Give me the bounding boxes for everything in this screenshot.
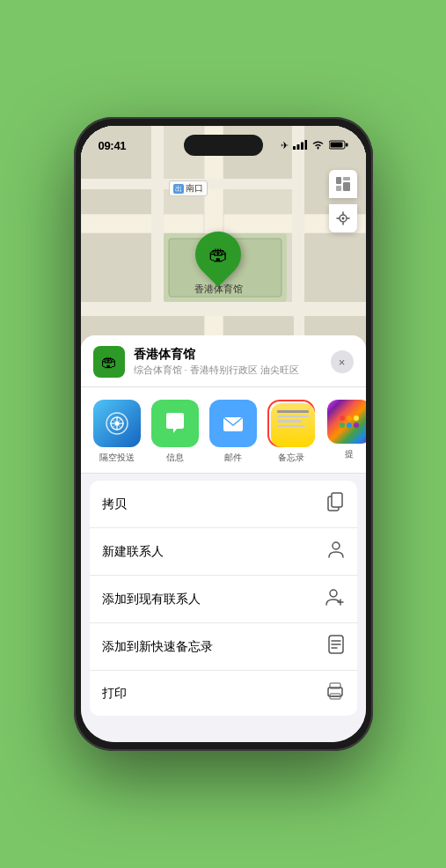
share-item-airdrop[interactable]: 隔空投送: [93, 400, 141, 464]
message-icon: [151, 400, 199, 447]
nankou-badge: 出: [173, 184, 184, 194]
svg-rect-6: [330, 142, 342, 147]
person-icon: [327, 540, 345, 563]
share-label-message: 信息: [166, 452, 184, 464]
copy-icon: [327, 492, 345, 516]
share-row: 隔空投送 信息: [81, 387, 366, 474]
venue-name: 香港体育馆: [134, 347, 322, 363]
location-icon: ✈: [281, 140, 289, 151]
svg-rect-19: [81, 189, 151, 214]
share-label-more: 提: [345, 448, 354, 460]
phone-screen: 09:41 ✈: [81, 126, 366, 742]
nankou-text: 南口: [186, 182, 203, 195]
wifi-icon: [311, 140, 325, 151]
signal-icon: [293, 140, 307, 151]
location-button[interactable]: [329, 204, 357, 232]
action-copy-label: 拷贝: [102, 497, 127, 512]
map-type-button[interactable]: [329, 170, 357, 198]
map-controls: [329, 170, 357, 232]
action-add-existing[interactable]: 添加到现有联系人: [90, 576, 357, 623]
svg-rect-2: [301, 142, 303, 150]
note-icon: [327, 635, 345, 658]
svg-point-40: [114, 422, 119, 426]
action-new-contact-label: 新建联系人: [102, 544, 164, 560]
svg-rect-32: [336, 177, 341, 184]
action-list: 拷贝 新建联系人: [90, 481, 357, 716]
share-item-mail[interactable]: 邮件: [209, 400, 257, 464]
battery-icon: [329, 140, 348, 151]
bottom-sheet: 🏟 香港体育馆 综合体育馆 · 香港特别行政区 油尖旺区 ×: [81, 335, 366, 742]
mail-icon: [209, 400, 257, 447]
svg-rect-35: [343, 182, 350, 191]
svg-point-44: [333, 542, 340, 549]
sheet-header: 🏟 香港体育馆 综合体育馆 · 香港特别行政区 油尖旺区 ×: [81, 335, 366, 387]
print-icon: [325, 682, 345, 704]
svg-rect-0: [293, 146, 296, 150]
venue-info: 香港体育馆 综合体育馆 · 香港特别行政区 油尖旺区: [134, 347, 322, 377]
notes-icon: [271, 403, 315, 447]
more-icon: [327, 400, 366, 444]
action-quick-note[interactable]: 添加到新快速备忘录: [90, 623, 357, 671]
location-pin: 🏟 香港体育馆: [194, 232, 243, 296]
sheet-bottom-spacer: [81, 716, 366, 742]
status-time: 09:41: [99, 139, 127, 152]
svg-rect-43: [332, 493, 342, 507]
svg-rect-34: [343, 177, 350, 180]
dynamic-island: [184, 135, 263, 156]
action-add-existing-label: 添加到现有联系人: [102, 592, 201, 607]
person-add-icon: [325, 587, 345, 611]
svg-rect-1: [296, 144, 299, 150]
svg-rect-3: [304, 140, 307, 150]
map-label-nankou: 出 南口: [169, 180, 208, 196]
action-copy[interactable]: 拷贝: [90, 481, 357, 528]
phone-frame: 09:41 ✈: [74, 117, 373, 751]
svg-point-37: [341, 217, 344, 220]
status-icons: ✈: [281, 140, 348, 151]
svg-rect-25: [81, 233, 151, 302]
action-print-label: 打印: [102, 686, 127, 702]
venue-subtitle: 综合体育馆 · 香港特别行政区 油尖旺区: [134, 364, 322, 377]
svg-rect-33: [336, 186, 341, 191]
share-label-mail: 邮件: [224, 452, 242, 464]
svg-point-45: [330, 590, 337, 597]
notes-icon-wrap: [267, 400, 315, 447]
share-label-airdrop: 隔空投送: [99, 452, 135, 464]
close-button[interactable]: ×: [331, 350, 354, 373]
svg-rect-13: [81, 302, 366, 316]
svg-rect-7: [346, 143, 348, 146]
svg-point-4: [317, 147, 318, 149]
share-item-more[interactable]: 提: [325, 400, 366, 464]
svg-rect-26: [304, 233, 366, 302]
share-item-message[interactable]: 信息: [151, 400, 199, 464]
action-print[interactable]: 打印: [90, 671, 357, 716]
svg-rect-21: [223, 189, 292, 214]
action-quick-note-label: 添加到新快速备忘录: [102, 639, 213, 655]
stadium-icon: 🏟: [208, 243, 228, 266]
venue-icon: 🏟: [93, 346, 125, 378]
action-new-contact[interactable]: 新建联系人: [90, 528, 357, 576]
pin-circle-icon: 🏟: [186, 222, 251, 287]
share-item-notes[interactable]: 备忘录: [267, 400, 315, 464]
share-label-notes: 备忘录: [278, 452, 304, 464]
airdrop-icon: [93, 400, 141, 447]
